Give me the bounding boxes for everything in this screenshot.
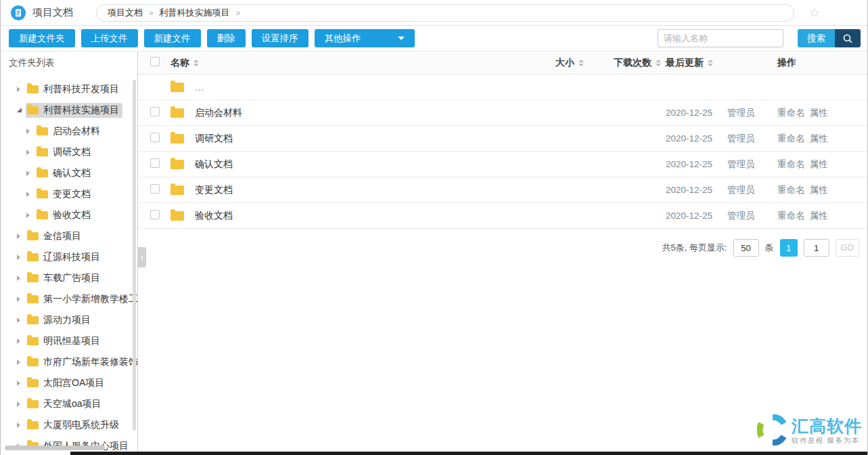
- tree-node[interactable]: 大厦弱电系统升级: [26, 418, 122, 433]
- tree-node[interactable]: 源动力项目: [26, 313, 94, 328]
- sort-arrows-icon[interactable]: [656, 60, 661, 66]
- properties-link[interactable]: 属性: [810, 159, 828, 169]
- expand-arrow-icon[interactable]: [17, 297, 20, 302]
- folder-name-link[interactable]: 调研文档: [195, 133, 233, 145]
- expand-arrow-icon[interactable]: [17, 255, 20, 260]
- expand-arrow-icon[interactable]: [17, 402, 20, 407]
- expand-arrow-icon[interactable]: [17, 234, 20, 239]
- column-header-updated[interactable]: 最后更新: [666, 57, 777, 69]
- search-input[interactable]: [658, 29, 783, 47]
- tree-node[interactable]: 变更文档: [35, 187, 94, 202]
- tree-node[interactable]: 太阳宫OA项目: [26, 376, 108, 391]
- collapse-arrow-icon[interactable]: [17, 108, 22, 112]
- sort-arrows-icon[interactable]: [578, 60, 584, 66]
- tree-node[interactable]: 车载广告项目: [26, 271, 104, 286]
- row-checkbox[interactable]: [150, 133, 160, 142]
- tree-node[interactable]: 明讯恒基项目: [26, 334, 104, 349]
- folder-name-link[interactable]: 验收文档: [195, 210, 233, 222]
- tree-node[interactable]: 调研文档: [35, 145, 94, 160]
- go-button[interactable]: GO: [836, 239, 859, 257]
- parent-folder-label[interactable]: ...: [195, 82, 205, 93]
- expand-arrow-icon[interactable]: [17, 276, 20, 281]
- properties-link[interactable]: 属性: [810, 108, 828, 118]
- tree-node[interactable]: 金信项目: [26, 229, 85, 244]
- tree-node[interactable]: 启动会材料: [35, 124, 104, 139]
- expand-arrow-icon[interactable]: [17, 318, 20, 323]
- tree-item[interactable]: 第一小学新增教学楼工程: [1, 288, 137, 309]
- tree-item[interactable]: 市府广场新年装修装饰项目: [1, 351, 137, 372]
- row-checkbox[interactable]: [150, 158, 160, 168]
- row-checkbox[interactable]: [150, 107, 160, 116]
- current-page-button[interactable]: 1: [780, 239, 798, 257]
- more-actions-dropdown[interactable]: 其他操作: [315, 29, 415, 47]
- tree-node[interactable]: 确认文档: [35, 166, 94, 181]
- rename-link[interactable]: 重命名: [777, 185, 805, 195]
- tree-item[interactable]: 天空城oa项目: [1, 393, 137, 414]
- expand-arrow-icon[interactable]: [26, 129, 30, 134]
- rename-link[interactable]: 重命名: [777, 211, 805, 221]
- expand-arrow-icon[interactable]: [26, 150, 30, 155]
- tree-node[interactable]: 利普科技实施项目: [26, 103, 122, 118]
- tree-node[interactable]: 利普科技开发项目: [26, 82, 122, 97]
- tree-node[interactable]: 市府广场新年装修装饰项目: [26, 355, 138, 370]
- expand-arrow-icon[interactable]: [17, 422, 20, 428]
- breadcrumb-item-root[interactable]: 项目文档: [108, 7, 143, 19]
- folder-name-link[interactable]: 启动会材料: [195, 107, 242, 119]
- select-all-checkbox[interactable]: [150, 57, 160, 66]
- expand-arrow-icon[interactable]: [26, 171, 30, 176]
- parent-folder-row[interactable]: ...: [138, 74, 867, 100]
- folder-name-link[interactable]: 变更文档: [195, 184, 233, 196]
- expand-arrow-icon[interactable]: [26, 213, 30, 218]
- expand-arrow-icon[interactable]: [26, 192, 30, 197]
- breadcrumb-item-current[interactable]: 利普科技实施项目: [159, 7, 229, 19]
- tree-item[interactable]: 辽源科技项目: [1, 246, 137, 267]
- folder-name-link[interactable]: 确认文档: [195, 158, 233, 171]
- tree-item[interactable]: 明讯恒基项目: [1, 330, 137, 351]
- sort-arrows-icon[interactable]: [708, 60, 713, 66]
- rename-link[interactable]: 重命名: [777, 159, 805, 169]
- tree-item[interactable]: 确认文档: [1, 162, 137, 183]
- tree-item[interactable]: 验收文档: [1, 204, 137, 225]
- tree-item[interactable]: 源动力项目: [1, 309, 137, 330]
- sort-arrows-icon[interactable]: [193, 60, 199, 66]
- page-size-input[interactable]: [733, 239, 759, 257]
- expand-arrow-icon[interactable]: [17, 87, 20, 92]
- tree-item[interactable]: 金信项目: [1, 225, 137, 246]
- rename-link[interactable]: 重命名: [777, 108, 805, 118]
- tree-node[interactable]: 天空城oa项目: [26, 397, 105, 412]
- properties-link[interactable]: 属性: [810, 211, 828, 221]
- new-folder-button[interactable]: 新建文件夹: [9, 29, 75, 47]
- tree-node[interactable]: 第一小学新增教学楼工程: [26, 292, 138, 307]
- set-sort-button[interactable]: 设置排序: [252, 29, 309, 47]
- goto-page-input[interactable]: [804, 239, 829, 257]
- tree-item[interactable]: 利普科技实施项目: [1, 100, 137, 121]
- sidebar-collapse-handle[interactable]: ‹: [138, 247, 146, 267]
- upload-file-button[interactable]: 上传文件: [81, 29, 138, 47]
- tree-item[interactable]: 启动会材料: [1, 121, 137, 142]
- tree-item[interactable]: 变更文档: [1, 183, 137, 204]
- favorite-star-icon[interactable]: ☆: [809, 5, 820, 20]
- expand-arrow-icon[interactable]: [17, 360, 20, 365]
- sidebar-horizontal-scrollbar[interactable]: [5, 446, 105, 450]
- expand-arrow-icon[interactable]: [17, 381, 20, 386]
- column-header-size[interactable]: 大小: [555, 57, 614, 69]
- tree-item[interactable]: 调研文档: [1, 142, 137, 162]
- delete-button[interactable]: 删除: [207, 29, 246, 47]
- column-header-downloads[interactable]: 下载次数: [614, 57, 666, 69]
- properties-link[interactable]: 属性: [810, 133, 828, 144]
- tree-item[interactable]: 太阳宫OA项目: [1, 372, 137, 393]
- tree-item[interactable]: 车载广告项目: [1, 267, 137, 288]
- row-checkbox[interactable]: [150, 210, 160, 219]
- tree-node[interactable]: 辽源科技项目: [26, 250, 104, 265]
- sidebar-vertical-scrollbar[interactable]: [133, 80, 136, 431]
- tree-item[interactable]: 利普科技开发项目: [1, 79, 137, 100]
- rename-link[interactable]: 重命名: [777, 133, 805, 144]
- search-button[interactable]: 搜索: [798, 29, 861, 47]
- tree-item[interactable]: 大厦弱电系统升级: [1, 414, 137, 435]
- column-header-name[interactable]: 名称: [170, 57, 555, 69]
- new-file-button[interactable]: 新建文件: [144, 29, 201, 47]
- expand-arrow-icon[interactable]: [17, 339, 20, 344]
- row-checkbox[interactable]: [150, 184, 160, 194]
- tree-node[interactable]: 验收文档: [35, 208, 94, 223]
- properties-link[interactable]: 属性: [810, 185, 828, 195]
